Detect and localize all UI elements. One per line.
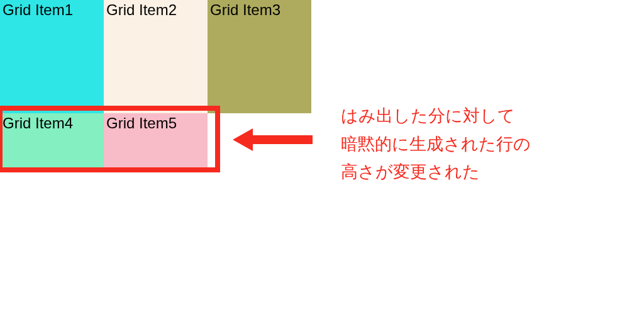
grid-item-4: Grid Item4 <box>0 113 104 170</box>
grid-row-1: Grid Item1 Grid Item2 Grid Item3 <box>0 0 311 113</box>
annotation-text: はみ出した分に対して 暗黙的に生成された行の 高さが変更された <box>341 102 531 186</box>
grid-item-1: Grid Item1 <box>0 0 104 113</box>
annotation-line-1: はみ出した分に対して <box>341 102 531 130</box>
arrow-shaft <box>253 135 313 144</box>
arrow-left-icon <box>233 128 313 151</box>
grid-item-2: Grid Item2 <box>104 0 208 113</box>
arrow-head <box>233 128 253 151</box>
grid-item-5: Grid Item5 <box>104 113 208 170</box>
annotation-line-2: 暗黙的に生成された行の <box>341 130 531 159</box>
annotation-line-3: 高さが変更された <box>341 158 531 186</box>
grid-item-3: Grid Item3 <box>208 0 311 113</box>
